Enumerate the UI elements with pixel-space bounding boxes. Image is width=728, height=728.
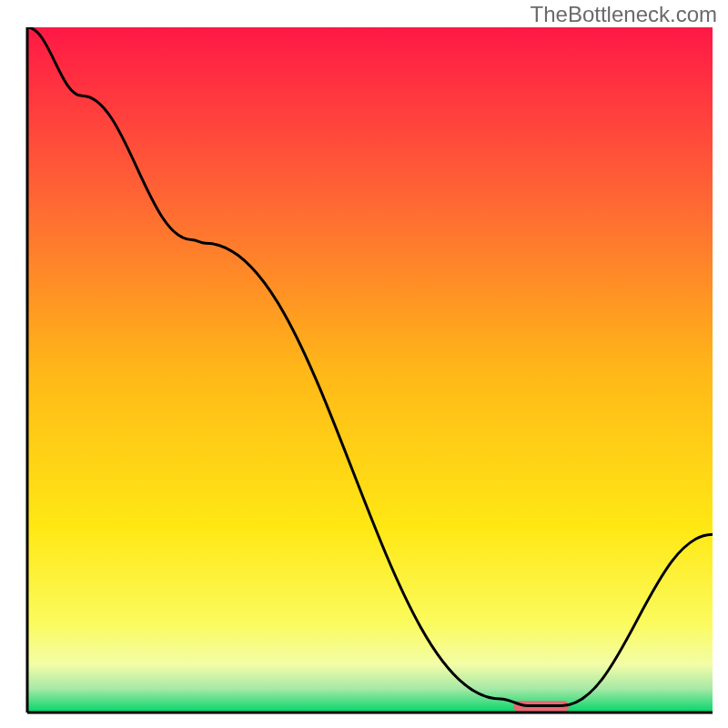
watermark-label: TheBottleneck.com xyxy=(531,2,717,27)
bottleneck-chart: TheBottleneck.com xyxy=(0,0,728,728)
chart-svg xyxy=(0,0,728,728)
plot-background xyxy=(27,27,713,713)
